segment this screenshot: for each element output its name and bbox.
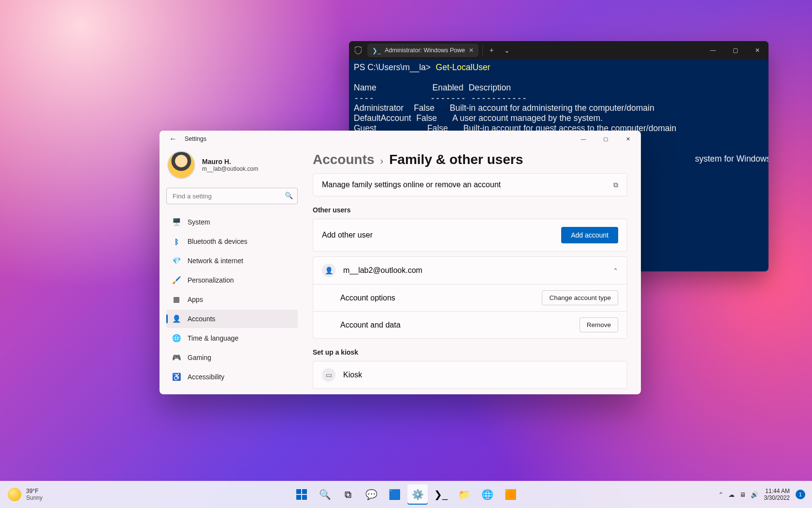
weather-condition: Sunny bbox=[26, 494, 43, 501]
window-title: Settings bbox=[185, 135, 206, 142]
new-tab-button[interactable]: ＋ bbox=[484, 46, 499, 55]
row-enabled: False bbox=[416, 113, 437, 123]
notification-badge[interactable]: 1 bbox=[796, 490, 805, 499]
sidebar-item-accessibility[interactable]: ♿ Accessibility bbox=[166, 368, 298, 386]
sidebar-item-apps[interactable]: ▦ Apps bbox=[166, 290, 298, 309]
gamepad-icon: 🎮 bbox=[172, 353, 181, 362]
external-link-icon: ⧉ bbox=[613, 181, 618, 189]
sidebar-item-personalization[interactable]: 🖌️ Personalization bbox=[166, 271, 298, 289]
account-options-row: Account options Change account type bbox=[313, 284, 627, 311]
volume-icon[interactable]: 🔊 bbox=[751, 491, 758, 498]
tab-dropdown-button[interactable]: ⌄ bbox=[499, 46, 515, 54]
monitor-icon: 🖥️ bbox=[172, 218, 181, 226]
page-title: Family & other users bbox=[389, 152, 523, 167]
tab-divider bbox=[482, 45, 483, 55]
back-button[interactable]: ← bbox=[165, 134, 181, 143]
terminal-tab-title: Administrator: Windows Powe bbox=[385, 47, 465, 54]
maximize-button[interactable]: ▢ bbox=[724, 41, 746, 60]
taskbar-center: 🔍 ⧉ 💬 🟦 ⚙️ ❯_ 📁 🌐 🟧 bbox=[291, 484, 521, 505]
row-name: Administrator bbox=[354, 103, 404, 113]
settings-taskbar-icon[interactable]: ⚙️ bbox=[407, 484, 428, 505]
network-icon: 💎 bbox=[172, 256, 181, 265]
widgets-button[interactable]: 🟦 bbox=[384, 484, 405, 505]
sidebar-item-bluetooth[interactable]: ᛒ Bluetooth & devices bbox=[166, 232, 298, 251]
sidebar-item-gaming[interactable]: 🎮 Gaming bbox=[166, 348, 298, 367]
close-window-button[interactable]: ✕ bbox=[746, 41, 768, 60]
shield-icon bbox=[349, 46, 367, 54]
maximize-button[interactable]: ▢ bbox=[594, 131, 617, 147]
close-tab-icon[interactable]: ✕ bbox=[469, 47, 474, 54]
app-taskbar-icon[interactable]: 🟧 bbox=[500, 484, 521, 505]
edge-taskbar-icon[interactable]: 🌐 bbox=[477, 484, 497, 505]
change-account-type-button[interactable]: Change account type bbox=[542, 290, 618, 305]
add-account-button[interactable]: Add account bbox=[561, 227, 618, 243]
person-icon: 👤 bbox=[172, 314, 181, 323]
globe-icon: 🌐 bbox=[172, 334, 181, 343]
start-button[interactable] bbox=[291, 484, 312, 505]
minimize-button[interactable]: — bbox=[702, 41, 724, 60]
account-data-label: Account and data bbox=[340, 321, 401, 329]
sidebar-item-label: Personalization bbox=[188, 276, 234, 284]
breadcrumb-root[interactable]: Accounts bbox=[313, 152, 375, 167]
taskbar-clock[interactable]: 11:44 AM 3/30/2022 bbox=[764, 488, 790, 502]
brush-icon: 🖌️ bbox=[172, 276, 181, 284]
other-user-row[interactable]: 👤 m__lab2@outlook.com ⌃ bbox=[313, 257, 627, 284]
user-name: Mauro H. bbox=[202, 158, 258, 165]
apps-icon: ▦ bbox=[172, 295, 181, 304]
person-icon: 👤 bbox=[322, 264, 335, 277]
close-window-button[interactable]: ✕ bbox=[617, 131, 639, 147]
remove-account-button[interactable]: Remove bbox=[580, 317, 618, 332]
settings-sidebar: Mauro H. m__lab@outlook.com 🔍 🖥️ System … bbox=[160, 147, 304, 394]
search-icon: 🔍 bbox=[285, 192, 293, 199]
onedrive-icon[interactable]: ☁ bbox=[728, 491, 735, 498]
prompt: PS C:\Users\m__la> bbox=[354, 62, 431, 72]
other-user-email: m__lab2@outlook.com bbox=[343, 266, 422, 275]
accessibility-icon: ♿ bbox=[172, 373, 181, 381]
sidebar-item-label: System bbox=[188, 218, 210, 226]
bluetooth-icon: ᛒ bbox=[172, 237, 181, 246]
terminal-tab[interactable]: ❯_ Administrator: Windows Powe ✕ bbox=[367, 44, 478, 57]
settings-content: Accounts › Family & other users Manage f… bbox=[304, 147, 641, 394]
user-email: m__lab@outlook.com bbox=[202, 165, 258, 172]
spill-text: system for Windows Defender bbox=[695, 154, 768, 164]
row-desc: Built-in account for administering the c… bbox=[450, 103, 654, 113]
powershell-icon: ❯_ bbox=[372, 47, 381, 54]
kiosk-icon: ▭ bbox=[322, 368, 335, 382]
sidebar-item-accounts[interactable]: 👤 Accounts bbox=[166, 310, 298, 328]
breadcrumb: Accounts › Family & other users bbox=[313, 152, 627, 167]
command-text: Get-LocalUser bbox=[436, 62, 491, 72]
search-button[interactable]: 🔍 bbox=[315, 484, 335, 505]
user-block[interactable]: Mauro H. m__lab@outlook.com bbox=[167, 151, 298, 179]
chat-button[interactable]: 💬 bbox=[361, 484, 381, 505]
chevron-up-icon: ⌃ bbox=[613, 267, 618, 274]
sidebar-item-label: Accounts bbox=[188, 315, 216, 323]
kiosk-card[interactable]: ▭ Kiosk bbox=[313, 361, 627, 389]
sidebar-item-time[interactable]: 🌐 Time & language bbox=[166, 329, 298, 347]
weather-widget[interactable]: 39°F Sunny bbox=[8, 488, 43, 501]
explorer-taskbar-icon[interactable]: 📁 bbox=[454, 484, 474, 505]
section-kiosk: Set up a kiosk bbox=[313, 348, 627, 356]
task-view-button[interactable]: ⧉ bbox=[338, 484, 358, 505]
manage-family-link[interactable]: Manage family settings online or remove … bbox=[313, 173, 627, 196]
system-tray[interactable]: ⌃ ☁ 🖥 🔊 bbox=[718, 491, 758, 498]
settings-titlebar[interactable]: ← Settings — ▢ ✕ bbox=[160, 131, 641, 147]
sidebar-item-label: Apps bbox=[188, 296, 203, 303]
clock-date: 3/30/2022 bbox=[764, 494, 790, 501]
terminal-taskbar-icon[interactable]: ❯_ bbox=[431, 484, 451, 505]
add-other-user-label: Add other user bbox=[322, 231, 373, 239]
chevron-up-icon[interactable]: ⌃ bbox=[718, 491, 724, 498]
display-icon[interactable]: 🖥 bbox=[740, 491, 746, 498]
clock-time: 11:44 AM bbox=[764, 488, 790, 494]
col-desc: Description bbox=[468, 83, 511, 92]
minimize-button[interactable]: — bbox=[572, 131, 594, 147]
sidebar-item-network[interactable]: 💎 Network & internet bbox=[166, 252, 298, 270]
terminal-titlebar[interactable]: ❯_ Administrator: Windows Powe ✕ ＋ ⌄ — ▢… bbox=[349, 41, 768, 60]
chevron-right-icon: › bbox=[380, 155, 384, 166]
sidebar-item-system[interactable]: 🖥️ System bbox=[166, 213, 298, 231]
other-user-card: 👤 m__lab2@outlook.com ⌃ Account options … bbox=[313, 256, 627, 339]
sidebar-item-label: Time & language bbox=[188, 334, 238, 342]
search-input[interactable] bbox=[166, 188, 298, 204]
sun-icon bbox=[8, 488, 21, 501]
row-enabled: False bbox=[414, 103, 435, 113]
account-options-label: Account options bbox=[340, 294, 395, 302]
